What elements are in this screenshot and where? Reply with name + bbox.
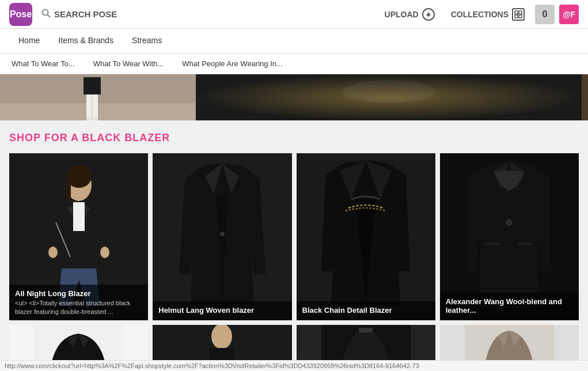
sub-nav-item-wear-to[interactable]: What To Wear To... [9, 54, 84, 74]
collections-button[interactable]: COLLECTIONS [445, 5, 530, 24]
product-title-3: Black Chain Detail Blazer [302, 306, 430, 315]
shop-title: SHOP FOR A BLACK BLAZER [9, 132, 579, 144]
product-card-2[interactable]: Helmut Lang Woven blazer [153, 153, 291, 320]
product-overlay-2: Helmut Lang Woven blazer [153, 301, 291, 320]
svg-rect-3 [428, 16, 429, 17]
main-nav: Home Items & Brands Streams [0, 29, 588, 54]
hero-image-left [0, 74, 196, 120]
svg-rect-18 [66, 176, 71, 199]
upload-label: UPLOAD [385, 10, 419, 19]
product-card-1[interactable]: All Night Long Blazer <ul> <li>Totally e… [9, 153, 148, 320]
product-title-2: Helmut Lang Woven blazer [158, 306, 286, 315]
product-card-5[interactable] [9, 325, 148, 364]
product-title-1: All Night Long Blazer [15, 289, 142, 298]
product-card-3[interactable]: Black Chain Detail Blazer [297, 153, 435, 320]
svg-point-25 [220, 232, 225, 236]
sub-nav-item-wearing-in[interactable]: What People Are Wearing In... [173, 54, 292, 74]
svg-point-26 [506, 219, 512, 225]
header-right: UPLOAD COLLECTIONS 0 @F [379, 5, 579, 24]
product-desc-1: <ul> <li>Totally essential structured bl… [15, 299, 142, 316]
search-icon [41, 9, 51, 20]
status-url: http://www.com/clickout?url=http%3A%2F%2… [5, 362, 419, 369]
product-image-3 [297, 153, 435, 320]
product-card-6[interactable] [153, 325, 291, 364]
svg-rect-12 [86, 94, 91, 118]
svg-point-0 [43, 10, 48, 16]
svg-point-15 [343, 80, 435, 103]
svg-rect-4 [515, 11, 518, 14]
pose-logo[interactable]: Pose [9, 3, 32, 26]
svg-point-20 [48, 247, 58, 258]
upload-button[interactable]: UPLOAD [379, 5, 441, 24]
svg-point-31 [211, 325, 232, 349]
hero-image-right [196, 74, 588, 120]
svg-rect-13 [93, 94, 98, 118]
svg-marker-2 [426, 12, 431, 16]
product-overlay-1: All Night Long Blazer <ul> <li>Totally e… [9, 285, 148, 320]
nav-item-items-brands[interactable]: Items & Brands [49, 29, 123, 53]
svg-rect-27 [486, 243, 500, 245]
sub-nav: What To Wear To... What To Wear With... … [0, 54, 588, 74]
svg-rect-28 [518, 243, 532, 245]
header: Pose SEARCH POSE UPLOAD COLLECTIONS [0, 0, 588, 29]
svg-rect-6 [515, 15, 518, 18]
user-badge[interactable]: @F [559, 5, 579, 24]
search-label: SEARCH POSE [54, 9, 117, 19]
nav-item-streams[interactable]: Streams [123, 29, 171, 53]
status-bar: http://www.com/clickout?url=http%3A%2F%2… [0, 360, 588, 371]
svg-rect-34 [359, 328, 373, 332]
hero-strip [0, 74, 588, 120]
svg-line-1 [48, 15, 51, 18]
product-title-4: Alexander Wang Wool-blend and leather... [446, 297, 573, 315]
shop-section: SHOP FOR A BLACK BLAZER [0, 120, 588, 371]
collections-label: COLLECTIONS [451, 10, 509, 19]
main-content: SHOP FOR A BLACK BLAZER [0, 74, 588, 371]
collections-icon [512, 8, 525, 21]
product-card-4[interactable]: Alexander Wang Wool-blend and leather... [440, 153, 579, 320]
product-image-2 [153, 153, 291, 320]
product-card-7[interactable] [297, 325, 435, 364]
product-grid: All Night Long Blazer <ul> <li>Totally e… [9, 153, 579, 320]
svg-rect-11 [84, 77, 101, 94]
product-overlay-4: Alexander Wang Wool-blend and leather... [440, 293, 579, 320]
sub-nav-item-wear-with[interactable]: What To Wear With... [84, 54, 173, 74]
svg-point-21 [100, 247, 109, 258]
product-card-8[interactable] [440, 325, 579, 364]
upload-icon [422, 8, 435, 21]
svg-rect-5 [519, 11, 522, 14]
count-badge: 0 [535, 5, 555, 24]
svg-rect-19 [73, 202, 85, 231]
svg-rect-7 [519, 15, 522, 18]
nav-item-home[interactable]: Home [9, 29, 49, 53]
product-grid-row2 [9, 325, 579, 364]
search-area[interactable]: SEARCH POSE [41, 9, 379, 20]
product-overlay-3: Black Chain Detail Blazer [297, 301, 435, 320]
